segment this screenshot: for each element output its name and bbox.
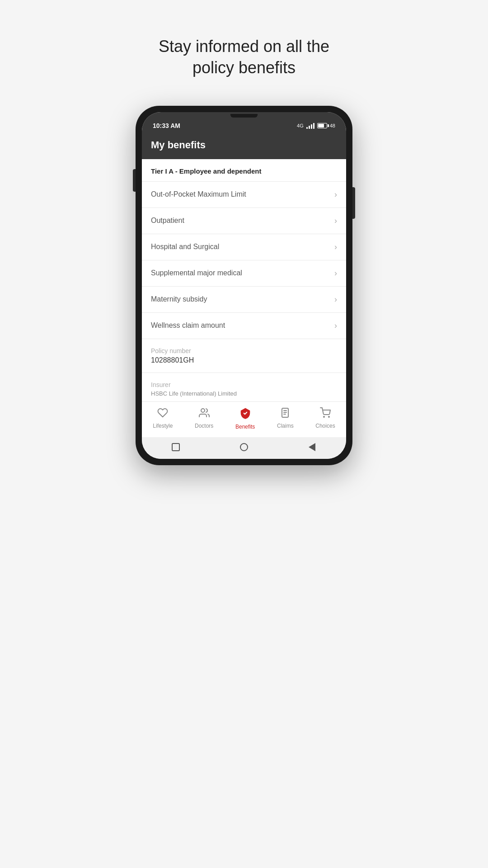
home-back-button[interactable]	[308, 443, 317, 452]
svg-point-0	[201, 409, 205, 412]
content-area: Tier I A - Employee and dependent Out-of…	[142, 159, 346, 401]
notch	[230, 114, 258, 118]
home-circle-button[interactable]	[239, 443, 249, 452]
battery-percent: 48	[330, 123, 335, 128]
phone-screen: 10:33 AM 4G 48 My benefits	[142, 112, 346, 459]
page-headline: Stay informed on all the policy benefits	[159, 36, 329, 79]
notch-bar	[142, 112, 346, 118]
heart-icon	[157, 407, 168, 421]
app-header: My benefits	[142, 133, 346, 159]
nav-claims-label: Claims	[277, 423, 294, 429]
app-header-title: My benefits	[151, 139, 206, 151]
svg-point-5	[324, 416, 324, 417]
tier-section-heading: Tier I A - Employee and dependent	[142, 159, 346, 181]
benefit-item-wellness[interactable]: Wellness claim amount ›	[142, 312, 346, 339]
nav-item-claims[interactable]: Claims	[272, 406, 299, 432]
network-label: 4G	[297, 123, 304, 128]
benefit-item-out-of-pocket[interactable]: Out-of-Pocket Maximum Limit ›	[142, 181, 346, 208]
chevron-right-icon: ›	[334, 242, 337, 252]
shield-check-icon	[239, 407, 251, 422]
chevron-right-icon: ›	[334, 190, 337, 199]
policy-number-value: 10288801GH	[151, 356, 337, 364]
nav-item-choices[interactable]: Choices	[310, 406, 340, 432]
status-bar: 10:33 AM 4G 48	[142, 118, 346, 133]
policy-number-label: Policy number	[151, 347, 337, 354]
home-stop-button[interactable]	[171, 443, 180, 452]
nav-choices-label: Choices	[315, 423, 335, 429]
cart-icon	[320, 407, 331, 421]
phone-shell: 10:33 AM 4G 48 My benefits	[136, 106, 352, 465]
insurer-label: Insurer	[151, 381, 337, 388]
chevron-right-icon: ›	[334, 321, 337, 330]
policy-number-section: Policy number 10288801GH	[142, 339, 346, 373]
benefit-item-hospital-surgical[interactable]: Hospital and Surgical ›	[142, 234, 346, 260]
benefit-item-supplemental[interactable]: Supplemental major medical ›	[142, 260, 346, 286]
nav-item-doctors[interactable]: Doctors	[189, 406, 219, 432]
doctors-icon	[199, 407, 210, 421]
nav-doctors-label: Doctors	[195, 423, 213, 429]
nav-lifestyle-label: Lifestyle	[153, 423, 173, 429]
home-bar	[142, 437, 346, 459]
benefit-item-outpatient[interactable]: Outpatient ›	[142, 208, 346, 234]
insurer-section: Insurer HSBC Life (International) Limite…	[142, 373, 346, 401]
insurer-value: HSBC Life (International) Limited	[151, 390, 337, 397]
nav-item-benefits[interactable]: Benefits	[230, 406, 260, 432]
battery-icon	[317, 123, 327, 128]
chevron-right-icon: ›	[334, 269, 337, 278]
nav-benefits-label: Benefits	[235, 424, 255, 430]
chevron-right-icon: ›	[334, 216, 337, 226]
bottom-nav: Lifestyle Doctors	[142, 401, 346, 437]
svg-point-6	[328, 416, 329, 417]
status-indicators: 4G 48	[297, 123, 335, 129]
status-time: 10:33 AM	[153, 122, 180, 129]
signal-bars-icon	[306, 123, 314, 129]
claims-icon	[280, 407, 291, 421]
benefit-item-maternity[interactable]: Maternity subsidy ›	[142, 286, 346, 312]
nav-item-lifestyle[interactable]: Lifestyle	[147, 406, 178, 432]
chevron-right-icon: ›	[334, 295, 337, 304]
